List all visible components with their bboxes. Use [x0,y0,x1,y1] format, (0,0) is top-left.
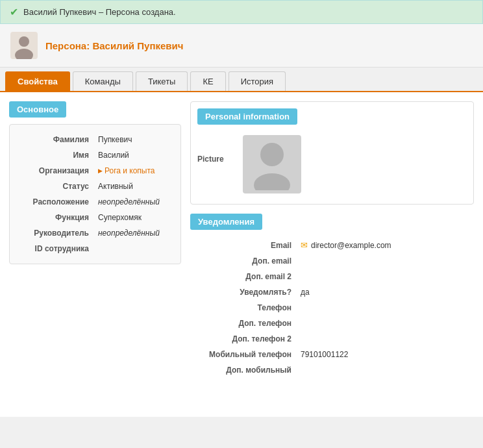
main-content: Основное Фамилия Пупкевич Имя Василий Ор… [0,92,483,417]
persona-label: Персона: [45,40,90,51]
field-value-manager: неопределённый [94,226,175,240]
notif-value-extra-email2 [297,269,473,284]
notif-label-extra-mobile: Доп. мобильный [192,363,295,377]
notif-label-extra-email: Доп. email [192,254,295,268]
avatar-silhouette-icon [249,138,295,190]
notif-email: Email ✉ director@example.com [192,238,473,253]
notif-extra-mobile: Доп. мобильный [192,363,473,377]
right-panel: Personal information Picture Уведомления… [181,101,474,408]
tab-ke[interactable]: КЕ [190,71,225,91]
field-firstname: Имя Василий [15,148,175,162]
tab-properties[interactable]: Свойства [5,71,70,91]
notif-notify: Уведомлять? да [192,285,473,299]
field-label-lastname: Фамилия [15,132,93,147]
svg-point-1 [19,36,29,47]
notif-label-mobile: Мобильный телефон [192,347,295,362]
tab-tickets[interactable]: Тикеты [136,71,188,91]
persona-header: Персона: Василий Пупкевич [0,24,483,68]
notif-label-notify: Уведомлять? [192,285,295,299]
notifications-section: Уведомления Email ✉ director@example.com… [190,214,474,379]
notif-label-extra-phone2: Доп. телефон 2 [192,332,295,346]
field-value-status: Активный [94,179,175,193]
persona-title: Персона: Василий Пупкевич [45,40,183,51]
email-address: director@example.com [311,241,391,250]
notif-label-email: Email [192,238,295,253]
field-value-firstname: Василий [94,148,175,162]
notif-extra-phone: Доп. телефон [192,316,473,330]
field-label-manager: Руководитель [15,226,93,240]
field-function: Функция Суперхомяк [15,210,175,225]
success-banner: ✔ Василий Пупкевич – Персона создана. [0,0,483,24]
email-icon: ✉ [301,240,308,250]
persona-name: Василий Пупкевич [92,40,183,51]
field-label-status: Статус [15,179,93,193]
basic-fields-box: Фамилия Пупкевич Имя Василий Организация… [9,124,181,264]
org-link[interactable]: Рога и копыта [98,166,171,175]
notif-value-extra-phone2 [297,332,473,346]
notif-value-mobile: 79101001122 [297,347,473,362]
tab-teams[interactable]: Команды [73,71,133,91]
field-label-org: Организация [15,164,93,178]
picture-area: Picture [197,131,467,197]
notif-value-phone [297,301,473,315]
notif-extra-phone2: Доп. телефон 2 [192,332,473,346]
field-value-location: неопределённый [94,195,175,209]
notif-label-phone: Телефон [192,301,295,315]
field-value-org: Рога и копыта [94,164,175,178]
field-lastname: Фамилия Пупкевич [15,132,175,147]
notifications-table: Email ✉ director@example.com Доп. email … [190,236,474,379]
personal-info-header: Personal information [197,108,297,125]
field-manager: Руководитель неопределённый [15,226,175,240]
field-employee-id: ID сотрудника [15,242,175,256]
notif-extra-email2: Доп. email 2 [192,269,473,284]
banner-message: Василий Пупкевич – Персона создана. [23,7,176,17]
field-label-firstname: Имя [15,148,93,162]
tabs-bar: Свойства Команды Тикеты КЕ История [0,68,483,92]
check-icon: ✔ [10,6,18,18]
svg-point-3 [260,143,284,166]
email-value-container: ✉ director@example.com [301,240,469,250]
basic-fields-table: Фамилия Пупкевич Имя Василий Организация… [14,131,177,257]
avatar-placeholder [243,135,301,193]
notif-value-extra-mobile [297,363,473,377]
field-status: Статус Активный [15,179,175,193]
left-panel: Основное Фамилия Пупкевич Имя Василий Ор… [9,101,181,408]
notif-mobile: Мобильный телефон 79101001122 [192,347,473,362]
field-label-location: Расположение [15,195,93,209]
notif-value-email: ✉ director@example.com [297,238,473,253]
field-value-lastname: Пупкевич [94,132,175,147]
field-org: Организация Рога и копыта [15,164,175,178]
field-label-function: Функция [15,210,93,225]
personal-info-box: Personal information Picture [190,101,474,205]
notif-value-extra-phone [297,316,473,330]
field-value-function: Суперхомяк [94,210,175,225]
field-location: Расположение неопределённый [15,195,175,209]
picture-label: Picture [197,135,236,164]
persona-avatar-icon [10,32,38,59]
notif-label-extra-email2: Доп. email 2 [192,269,295,284]
notif-label-extra-phone: Доп. телефон [192,316,295,330]
notifications-header: Уведомления [190,214,262,230]
tab-history[interactable]: История [229,71,286,91]
svg-point-4 [254,173,290,190]
notif-phone: Телефон [192,301,473,315]
field-label-employee-id: ID сотрудника [15,242,93,256]
notif-extra-email: Доп. email [192,254,473,268]
field-value-employee-id [94,242,175,256]
notif-value-notify: да [297,285,473,299]
basic-section-header: Основное [9,101,66,118]
notif-value-extra-email [297,254,473,268]
